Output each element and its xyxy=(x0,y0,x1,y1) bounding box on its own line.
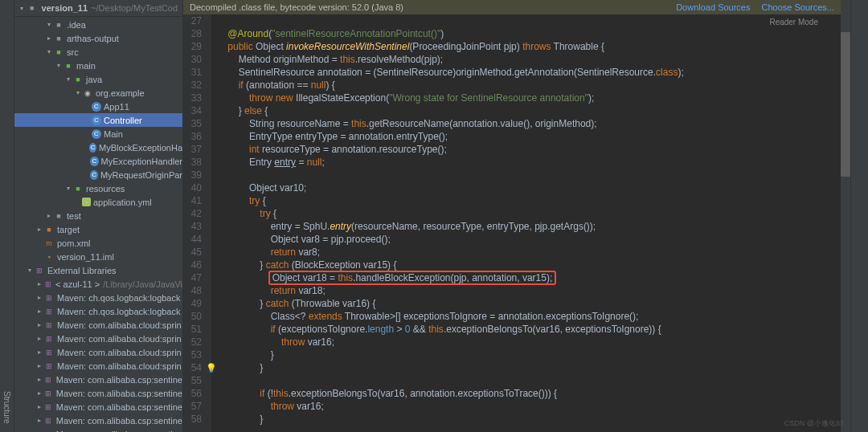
left-tool-strip[interactable]: Structure xyxy=(0,0,14,432)
tree-item[interactable]: ▪application.yml xyxy=(14,195,182,209)
tree-item[interactable]: ▸■target xyxy=(14,222,182,236)
tree-item[interactable]: ▸■test xyxy=(14,209,182,222)
tree-item[interactable]: ▸⊞Maven: com.alibaba.csp:sentine xyxy=(14,386,182,400)
folder-icon: ■ xyxy=(28,2,36,14)
download-sources-link[interactable]: Download Sources xyxy=(676,2,750,12)
tree-item[interactable]: ▾⊞External Libraries xyxy=(14,263,182,277)
chevron-down-icon[interactable]: ▾ xyxy=(19,5,25,12)
tree-item[interactable]: ▾■.idea xyxy=(14,18,182,31)
tree-item[interactable]: ▾■java xyxy=(14,72,182,86)
right-tool-strip[interactable] xyxy=(850,0,868,432)
watermark: CSDN @小逸化87 xyxy=(784,418,844,429)
decompiled-banner: Decompiled .class file, bytecode version… xyxy=(183,0,841,14)
tree-item[interactable]: ▸⊞Maven: com.alibaba.csp:sentine xyxy=(14,427,182,432)
tree-item[interactable]: ▪version_11.iml xyxy=(14,250,182,263)
project-tree[interactable]: ▾■.idea▸■arthas-output▾■src▾■main▾■java▾… xyxy=(14,17,182,432)
tree-item[interactable]: ▸⊞Maven: com.alibaba.cloud:sprin xyxy=(14,359,182,373)
tree-item[interactable]: CMyBlockExceptionHa xyxy=(14,141,182,154)
tree-item[interactable]: ▸■arthas-output xyxy=(14,31,182,45)
tree-item[interactable]: ▾■resources xyxy=(14,181,182,195)
choose-sources-link[interactable]: Choose Sources... xyxy=(762,2,835,12)
tree-item[interactable]: CApp11 xyxy=(14,100,182,113)
editor-pane: Decompiled .class file, bytecode version… xyxy=(183,0,841,432)
tree-item[interactable]: mpom.xml xyxy=(14,236,182,250)
code-content[interactable]: @Around("sentinelResourceAnnotationPoint… xyxy=(211,14,841,432)
tree-item[interactable]: CMyRequestOriginPar xyxy=(14,168,182,181)
tree-item[interactable]: ▾■src xyxy=(14,45,182,59)
tree-item[interactable]: ▸⊞Maven: com.alibaba.csp:sentine xyxy=(14,414,182,427)
project-name: version_11 xyxy=(42,3,88,13)
scroll-thumb[interactable] xyxy=(841,32,850,177)
project-path: ~/Desktop/MyTestCod xyxy=(91,3,178,13)
tree-item[interactable]: ▸⊞Maven: com.alibaba.cloud:sprin xyxy=(14,318,182,332)
tree-item[interactable]: CMain xyxy=(14,127,182,141)
tree-item[interactable]: ▸⊞< azul-11 >/Library/Java/JavaVi xyxy=(14,277,182,291)
tree-item[interactable]: CMyExceptionHandler xyxy=(14,154,182,168)
vertical-scrollbar[interactable] xyxy=(841,0,850,432)
tree-item[interactable]: ▾■main xyxy=(14,59,182,72)
tree-item[interactable]: ▸⊞Maven: ch.qos.logback:logback xyxy=(14,291,182,304)
tree-item[interactable]: ▸⊞Maven: ch.qos.logback:logback xyxy=(14,304,182,318)
tree-item[interactable]: ▾◉org.example xyxy=(14,86,182,100)
tree-item[interactable]: ▸⊞Maven: com.alibaba.cloud:sprin xyxy=(14,345,182,359)
project-sidebar: ▾ ■ version_11 ~/Desktop/MyTestCod ▾■.id… xyxy=(14,0,183,432)
project-header: ▾ ■ version_11 ~/Desktop/MyTestCod xyxy=(14,0,182,17)
structure-tab[interactable]: Structure xyxy=(2,391,11,424)
tree-item[interactable]: ▸⊞Maven: com.alibaba.csp:sentine xyxy=(14,373,182,386)
tree-item[interactable]: ▸⊞Maven: com.alibaba.csp:sentine xyxy=(14,400,182,414)
banner-message: Decompiled .class file, bytecode version… xyxy=(190,2,403,12)
code-area[interactable]: 2728293031323334353637383940414243444546… xyxy=(183,14,841,432)
tree-item[interactable]: CController xyxy=(14,113,182,127)
tree-item[interactable]: ▸⊞Maven: com.alibaba.cloud:sprin xyxy=(14,332,182,345)
